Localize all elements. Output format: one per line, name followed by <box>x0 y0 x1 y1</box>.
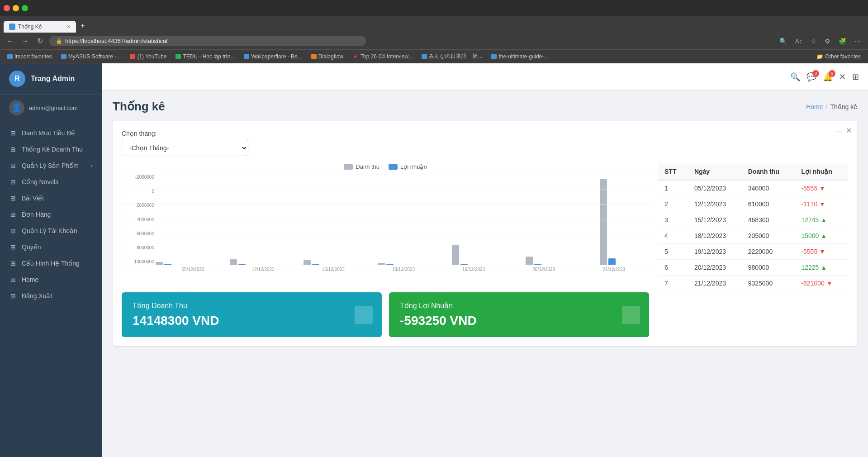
tab-bar: Thống Kê ✕ + <box>0 16 868 33</box>
maximize-window-button[interactable] <box>22 5 28 11</box>
bookmark-nihongo[interactable]: みんなの日本語 第... <box>418 52 486 61</box>
bookmark-csharp[interactable]: 🔺 Top 26 C# Interview... <box>349 52 416 61</box>
bookmark-icon <box>7 54 13 59</box>
breadcrumb-home[interactable]: Home <box>806 103 823 110</box>
bar-loinhuan-7 <box>608 258 616 265</box>
chevron-icon: ‹ <box>91 162 93 169</box>
card-controls: — ✕ <box>835 126 852 135</box>
nav-icon: ⊞ <box>9 146 17 153</box>
bookmark-wallpaperflare[interactable]: Wallpaperflare - Be... <box>240 52 305 61</box>
month-filter-label: Chọn tháng: <box>122 130 848 137</box>
bookmark-import-favorites[interactable]: Import favorites <box>4 52 56 61</box>
tab-close-button[interactable]: ✕ <box>66 24 71 30</box>
page-header: Thống kê Home / Thống kê <box>113 100 857 114</box>
bookmark-tedu[interactable]: TEDU - Hoc lập trìn... <box>172 52 238 61</box>
bar-doanhthu-1 <box>156 262 163 265</box>
star-icon-btn[interactable]: ☆ <box>808 36 819 47</box>
sidebar-item-home[interactable]: ⊞ Home <box>0 271 102 288</box>
search-icon-btn[interactable]: 🔍 <box>777 36 790 47</box>
nav-icon: ⊞ <box>9 260 17 267</box>
nav-label: Quản Lý Tài Khoản <box>22 227 77 234</box>
sidebar-logo: R <box>9 71 25 87</box>
sidebar-item-danh-muc[interactable]: ⊞ Danh Mục Tiêu Đề <box>0 125 102 141</box>
sidebar-item-cau-hinh[interactable]: ⊞ Cấu Hình Hệ Thống <box>0 255 102 271</box>
cell-loinhuan: 15000 ▲ <box>795 228 848 244</box>
main-card: — ✕ Chọn tháng: -Chọn Tháng- Tháng 1 Thá… <box>113 121 857 346</box>
close-window-button[interactable] <box>4 5 10 11</box>
url-bar[interactable]: 🔒 https://localhost:44367/admin/statisti… <box>49 36 366 46</box>
sidebar-nav: ⊞ Danh Mục Tiêu Đề ⊞ Thống Kê Doanh Thu … <box>0 121 102 457</box>
table-row: 315/12/202346830012745 ▲ <box>658 212 848 228</box>
sidebar-item-don-hang[interactable]: ⊞ Đơn Hàng <box>0 206 102 223</box>
month-select[interactable]: -Chọn Tháng- Tháng 1 Tháng 2 Tháng 3 Thá… <box>122 140 248 156</box>
cell-stt: 6 <box>658 260 688 276</box>
tab-title: Thống Kê <box>18 24 42 30</box>
bookmark-icon: 🔺 <box>352 53 359 59</box>
bar-doanhthu-4 <box>378 263 385 265</box>
nav-icon: ⊞ <box>9 276 17 283</box>
minimize-window-button[interactable] <box>13 5 19 11</box>
summary-profit-icon <box>622 306 640 324</box>
sidebar: R Trang Admin 👤 admin@gmail.com ⊞ Danh M… <box>0 63 102 457</box>
chat-icon[interactable]: 💬 3 <box>806 72 816 82</box>
card-minimize-button[interactable]: — <box>835 126 842 135</box>
cell-doanhthu: 610000 <box>742 196 795 212</box>
settings-icon-btn[interactable]: ⚙ <box>822 36 833 47</box>
sidebar-item-bai-viet[interactable]: ⊞ Bài Viết <box>0 190 102 206</box>
bookmark-other-favorites[interactable]: 📁 Other favorites <box>813 52 864 61</box>
bar-group-6 <box>497 175 571 265</box>
cell-loinhuan: 12745 ▲ <box>795 212 848 228</box>
bookmark-myasus[interactable]: MyASUS Software -... <box>57 52 125 61</box>
grid-icon[interactable]: ⊞ <box>852 72 859 82</box>
bookmark-dialogflow[interactable]: Dialogflow <box>308 52 347 61</box>
active-tab[interactable]: Thống Kê ✕ <box>4 21 76 33</box>
reload-button[interactable]: ↻ <box>35 35 45 47</box>
bookmark-youtube[interactable]: (1) YouTube <box>126 52 170 61</box>
nav-icon: ⊞ <box>9 243 17 251</box>
right-panel: STT Ngày Doanh thu Lợi nhuận 105/12/2023… <box>658 163 848 291</box>
bookmark-ultimate-guide[interactable]: the-ultimate-guide-... <box>488 52 552 61</box>
sidebar-user: 👤 admin@gmail.com <box>0 95 102 121</box>
bell-icon[interactable]: 🔔 5 <box>823 72 833 82</box>
bookmark-label: TEDU - Hoc lập trìn... <box>183 53 235 60</box>
close-icon[interactable]: ✕ <box>839 72 846 82</box>
new-tab-button[interactable]: + <box>77 19 88 33</box>
sidebar-item-quan-ly-tai-khoan[interactable]: ⊞ Quản Lý Tài Khoản <box>0 223 102 239</box>
summary-revenue-value: 14148300 VND <box>133 314 371 328</box>
cell-doanhthu: 9325000 <box>742 276 795 291</box>
translate-icon-btn[interactable]: A↕ <box>792 36 805 47</box>
x-label-6: 20/12/2023 <box>509 267 579 272</box>
page-title: Thống kê <box>113 100 165 114</box>
back-button[interactable]: ← <box>5 35 15 47</box>
card-close-button[interactable]: ✕ <box>846 126 852 135</box>
x-label-4: 18/12/2023 <box>368 267 438 272</box>
sidebar-header: R Trang Admin <box>0 63 102 95</box>
forward-button[interactable]: → <box>20 35 31 47</box>
sidebar-item-quyen[interactable]: ⊞ Quyền <box>0 239 102 255</box>
table-header-row: STT Ngày Doanh thu Lợi nhuận <box>658 163 848 180</box>
sidebar-item-quan-ly-san-pham[interactable]: ⊞ Quản Lý Sản Phẩm ‹ <box>0 157 102 174</box>
sidebar-item-cong-novels[interactable]: ⊞ Cổng Novels <box>0 174 102 190</box>
sidebar-item-dang-xuat[interactable]: ⊞ Đăng Xuất <box>0 288 102 304</box>
col-doanhthu: Doanh thu <box>742 163 795 180</box>
sidebar-item-thong-ke[interactable]: ⊞ Thống Kê Doanh Thu <box>0 141 102 157</box>
cell-doanhthu: 980000 <box>742 260 795 276</box>
cell-stt: 2 <box>658 196 688 212</box>
search-icon[interactable]: 🔍 <box>790 72 800 82</box>
bar-group-1 <box>127 175 201 265</box>
stats-table: STT Ngày Doanh thu Lợi nhuận 105/12/2023… <box>658 163 848 291</box>
summary-card-revenue: Tổng Doanh Thu 14148300 VND <box>122 292 382 337</box>
bookmark-icon <box>130 54 135 59</box>
data-table: STT Ngày Doanh thu Lợi nhuận 105/12/2023… <box>658 163 848 291</box>
bar-doanhthu-2 <box>230 259 237 265</box>
extension-icon-btn[interactable]: 🧩 <box>836 36 849 47</box>
bar-group-2 <box>201 175 275 265</box>
folder-icon: 📁 <box>816 53 823 60</box>
lock-icon: 🔒 <box>56 38 62 44</box>
nav-label: Home <box>22 276 38 283</box>
cell-doanhthu: 468300 <box>742 212 795 228</box>
menu-icon-btn[interactable]: ⋯ <box>852 36 863 47</box>
nav-icon: ⊞ <box>9 129 17 137</box>
x-label-5: 19/12/2023 <box>439 267 509 272</box>
breadcrumb: Home / Thống kê <box>806 103 857 110</box>
